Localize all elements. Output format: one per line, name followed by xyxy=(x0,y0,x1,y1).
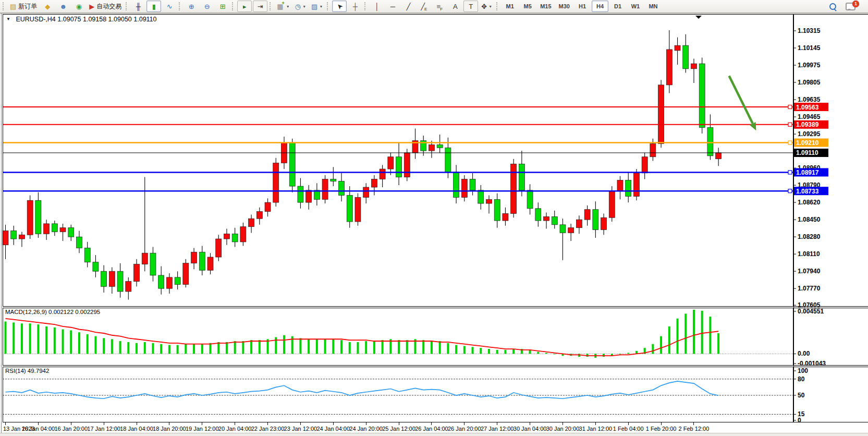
bear-candle xyxy=(494,199,500,221)
toolbar-grip xyxy=(496,2,499,10)
timeframe-button-m30[interactable]: M30 xyxy=(556,1,573,12)
tile-windows-button[interactable]: ⊞ xyxy=(215,1,230,12)
bar-chart-icon: ╫ xyxy=(136,3,141,10)
bull-candle xyxy=(363,187,369,197)
macd-histogram-bar xyxy=(684,313,687,354)
axis-tick-label: 1.09295 xyxy=(798,130,821,138)
bear-candle xyxy=(527,190,533,209)
macd-histogram-bar xyxy=(160,344,162,354)
scroll-to-end-icon[interactable] xyxy=(695,16,702,19)
bull-candle xyxy=(617,180,623,191)
signals-button[interactable]: ◉ xyxy=(71,1,86,12)
periods-button[interactable]: ◷▼ xyxy=(293,1,308,12)
time-tick-label: 19 Jan 12:00 xyxy=(186,426,219,432)
vertical-line-button[interactable]: │ xyxy=(370,1,384,12)
line-handle-square[interactable] xyxy=(788,189,792,193)
line-handle-square[interactable] xyxy=(788,123,792,126)
zoom-out-button[interactable]: ⊖ xyxy=(200,1,214,12)
candlestick-chart-button[interactable]: ▮ xyxy=(146,1,161,12)
timeframe-button-m5[interactable]: M5 xyxy=(519,1,536,12)
trend-arrow-annotation[interactable] xyxy=(729,76,756,130)
time-tick-label: 26 Jan 04:00 xyxy=(415,426,448,432)
text-label-button[interactable]: T xyxy=(463,1,478,12)
text-button[interactable]: A xyxy=(448,1,462,12)
axis-tick-label: 80 xyxy=(798,376,805,383)
price-chip-label: 1.09389 xyxy=(796,121,819,128)
bear-candle xyxy=(560,225,566,233)
notifications-button[interactable]: 1 xyxy=(843,1,863,12)
toolbar-grip xyxy=(364,2,367,10)
macd-histogram-bar xyxy=(283,335,285,354)
timeframe-button-d1[interactable]: D1 xyxy=(609,1,626,12)
search-icon xyxy=(829,3,836,10)
timeframe-button-w1[interactable]: W1 xyxy=(627,1,644,12)
collapse-triangle-icon[interactable]: ▼ xyxy=(6,17,10,21)
toolbar-grip xyxy=(232,2,235,10)
macd-histogram-bar xyxy=(693,310,695,354)
bear-candle xyxy=(199,252,205,270)
timeframe-button-h4[interactable]: H4 xyxy=(592,1,608,12)
time-tick-label: 31 Jan 12:00 xyxy=(579,426,613,432)
new-order-button[interactable]: ▤新订单 xyxy=(8,1,39,12)
time-tick-label: 17 Jan 12:00 xyxy=(87,426,120,432)
arrows-button[interactable]: ✥▼ xyxy=(479,1,494,12)
chart-canvas[interactable]: 1.103151.101451.099751.098051.096351.094… xyxy=(0,13,868,436)
chart-shift-button[interactable]: ⇥ xyxy=(253,1,267,12)
bar-chart-button[interactable]: ╫ xyxy=(131,1,145,12)
auto-scroll-button[interactable]: ▸ xyxy=(237,1,252,12)
bull-candle xyxy=(633,173,639,197)
macd-histogram-bar xyxy=(259,340,261,354)
line-handle-square[interactable] xyxy=(788,171,792,174)
macd-histogram-bar xyxy=(193,344,195,354)
templates-button[interactable]: ▨▼ xyxy=(309,1,325,12)
channel-button[interactable]: ╱E xyxy=(417,1,431,12)
horizontal-line-button[interactable]: ─ xyxy=(385,1,400,12)
macd-histogram-bar xyxy=(709,317,711,354)
axis-tick-label: 0 xyxy=(798,417,801,424)
price-chip-label: 1.09110 xyxy=(796,149,818,156)
line-handle-square[interactable] xyxy=(788,105,792,109)
axis-tick-label: 1.10145 xyxy=(798,44,821,52)
timeframe-button-mn[interactable]: MN xyxy=(645,1,662,12)
bear-candle xyxy=(470,179,475,190)
bull-candle xyxy=(27,200,33,235)
bull-candle xyxy=(601,217,607,229)
zoom-in-button[interactable]: ⊕ xyxy=(184,1,199,12)
trendline-button[interactable]: ╱ xyxy=(401,1,415,12)
bear-candle xyxy=(347,196,352,222)
bear-candle xyxy=(593,210,598,230)
line-chart-button[interactable]: ∿ xyxy=(162,1,177,12)
market-watch-button[interactable]: ◆ xyxy=(40,1,55,12)
fibonacci-button[interactable]: ≡F xyxy=(432,1,447,12)
auto-trading-button[interactable]: ▶自动交易 xyxy=(87,1,124,12)
text-label-icon: T xyxy=(469,3,473,10)
macd-histogram-bar xyxy=(308,339,310,354)
timeframe-button-h1[interactable]: H1 xyxy=(574,1,591,12)
timeframe-button-m1[interactable]: M1 xyxy=(502,1,518,12)
data-window-button[interactable]: ☻ xyxy=(56,1,70,12)
new-chart-button[interactable]: ▦+▼ xyxy=(275,1,292,12)
search-button[interactable] xyxy=(825,1,840,12)
bear-candle xyxy=(35,200,41,234)
macd-histogram-bar xyxy=(373,341,375,354)
axis-tick-label: 0.004551 xyxy=(798,308,824,315)
macd-histogram-bar xyxy=(504,350,506,354)
cursor-button[interactable]: ➤ xyxy=(332,1,347,12)
periods-icon: ◷ xyxy=(295,3,301,10)
macd-histogram-bar xyxy=(652,344,654,354)
bull-candle xyxy=(134,264,140,282)
timeframe-button-m15[interactable]: M15 xyxy=(537,1,554,12)
macd-histogram-bar xyxy=(488,349,490,354)
horizontal-price-lines[interactable] xyxy=(3,105,793,193)
zoom-out-icon: ⊖ xyxy=(204,3,210,10)
macd-histogram-bar xyxy=(324,339,326,354)
bear-candle xyxy=(707,127,713,155)
bull-candle xyxy=(503,213,508,221)
time-axis[interactable]: 13 Jan 202316 Jan 04:0016 Jan 20:0017 Ja… xyxy=(3,422,709,432)
time-tick-label: 22 Jan 23:00 xyxy=(251,426,285,432)
price-axis[interactable]: 1.103151.101451.099751.098051.096351.094… xyxy=(793,14,826,424)
line-handle-square[interactable] xyxy=(788,141,792,144)
crosshair-button[interactable]: ┼ xyxy=(348,1,362,12)
toolbar-grip xyxy=(3,2,5,10)
new-order-button-label: 新订单 xyxy=(18,3,37,9)
